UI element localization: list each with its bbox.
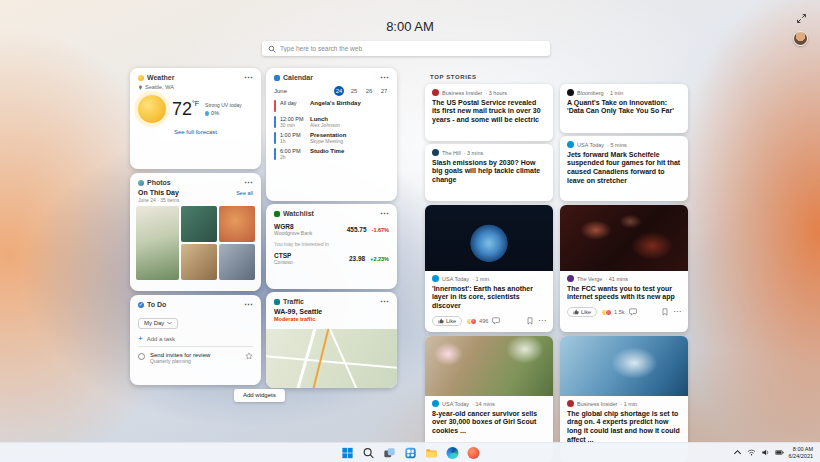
- weather-condition: Strong UV today: [205, 102, 242, 108]
- todo-list-name: My Day: [144, 320, 164, 326]
- calendar-day[interactable]: 27: [379, 86, 389, 96]
- photo-thumbnail[interactable]: [136, 206, 179, 280]
- widgets-button[interactable]: [404, 446, 417, 459]
- bookmark-icon[interactable]: [661, 308, 669, 316]
- watchlist-widget[interactable]: Watchlist ⋯ WGR8 Woodgrove Bank 455.75 -…: [266, 204, 397, 289]
- pinned-app-icon: [467, 447, 479, 459]
- source-favicon: [432, 149, 439, 156]
- watchlist-stock[interactable]: WGR8 Woodgrove Bank 455.75 -1.67%: [266, 220, 397, 239]
- task-view-button[interactable]: [383, 446, 396, 459]
- article-body: The Verge 41 mins The FCC wants you to t…: [560, 271, 688, 304]
- event-body: Studio Time: [310, 148, 344, 154]
- todo-widget[interactable]: ✓ To Do ⋯ My Day + Add a task Send invit…: [130, 295, 261, 385]
- weather-more-icon[interactable]: ⋯: [244, 75, 253, 80]
- widgets-screen: 8:00 AM Weather ⋯ Seattle, WA 72°F Stron…: [0, 0, 820, 462]
- stock-change: -1.67%: [372, 227, 389, 233]
- calendar-event[interactable]: 1:00 PM1h PresentationSkype Meeting: [274, 132, 389, 144]
- photos-see-all-link[interactable]: See all: [236, 190, 253, 196]
- weather-widget[interactable]: Weather ⋯ Seattle, WA 72°F Strong UV tod…: [130, 68, 261, 169]
- calendar-more-icon[interactable]: ⋯: [380, 75, 389, 80]
- news-story-card[interactable]: Business Insider 3 hours The US Postal S…: [425, 84, 553, 141]
- wifi-icon[interactable]: [747, 448, 756, 457]
- more-icon[interactable]: ⋯: [673, 310, 681, 314]
- star-icon[interactable]: [245, 352, 253, 360]
- taskbar-search-button[interactable]: [362, 446, 375, 459]
- watchlist-more-icon[interactable]: ⋯: [380, 211, 389, 216]
- source-name: The Hill: [442, 150, 461, 156]
- tray-clock[interactable]: 8:00 AM 6/24/2021: [789, 446, 813, 460]
- article-image-network-map: [560, 205, 688, 271]
- traffic-more-icon[interactable]: ⋯: [380, 299, 389, 304]
- reaction-emojis[interactable]: 496: [466, 318, 488, 325]
- calendar-day[interactable]: 25: [349, 86, 359, 96]
- start-button[interactable]: [341, 446, 354, 459]
- photo-thumbnail[interactable]: [219, 244, 255, 280]
- task-checkbox[interactable]: [138, 353, 145, 360]
- calendar-day[interactable]: 26: [364, 86, 374, 96]
- traffic-map[interactable]: [266, 329, 397, 388]
- calendar-widget[interactable]: Calendar ⋯ June 24 25 26 27 All day Ange…: [266, 68, 397, 201]
- news-story-card[interactable]: The Hill 3 mins Slash emissions by 2030?…: [425, 144, 553, 201]
- todo-more-icon[interactable]: ⋯: [244, 302, 253, 307]
- tray-chevron-up-icon[interactable]: [733, 448, 742, 457]
- like-button[interactable]: Like: [432, 316, 462, 326]
- weather-title: Weather: [147, 74, 175, 81]
- source-favicon: [567, 275, 574, 282]
- expand-icon[interactable]: [796, 13, 807, 24]
- pinned-app-button[interactable]: [467, 446, 480, 459]
- article-image-girl-scout: [425, 336, 553, 396]
- file-explorer-button[interactable]: [425, 446, 438, 459]
- weather-forecast-link[interactable]: See full forecast: [130, 125, 261, 135]
- news-image-card[interactable]: USA Today 1 min 'Innermost': Earth has a…: [425, 205, 553, 332]
- comment-icon[interactable]: [629, 308, 637, 316]
- story-headline: The FCC wants you to test your internet …: [567, 285, 681, 303]
- story-timestamp: 1 min: [607, 90, 624, 96]
- event-body: Angela's Birthday: [310, 100, 361, 106]
- calendar-event[interactable]: All day Angela's Birthday: [274, 100, 389, 112]
- photo-thumbnail[interactable]: [181, 244, 217, 280]
- watchlist-stock[interactable]: CTSP Contoso 23.98 +2.23%: [266, 249, 397, 268]
- todo-list-selector[interactable]: My Day: [138, 318, 178, 329]
- story-headline: The global chip shortage is set to drag …: [567, 410, 681, 446]
- todo-task-item[interactable]: Send invites for review Quarterly planni…: [138, 352, 253, 364]
- photos-widget[interactable]: Photos ⋯ On This Day See all June 24 · 3…: [130, 173, 261, 291]
- search-input[interactable]: [280, 45, 544, 52]
- photo-thumbnail[interactable]: [219, 206, 255, 242]
- like-button[interactable]: Like: [567, 307, 597, 317]
- edge-button[interactable]: [446, 446, 459, 459]
- add-widgets-button[interactable]: Add widgets: [234, 389, 285, 402]
- calendar-event[interactable]: 12:00 PM30 min LunchAlex Johnson: [274, 116, 389, 128]
- story-timestamp: 14 mins: [472, 401, 495, 407]
- add-task-label: Add a task: [147, 336, 175, 342]
- story-timestamp: 1 min: [472, 276, 489, 282]
- volume-icon[interactable]: [761, 448, 770, 457]
- weather-current: 72°F Strong UV today 0%: [130, 90, 261, 125]
- stock-identity: WGR8 Woodgrove Bank: [274, 223, 312, 236]
- user-avatar[interactable]: [793, 31, 808, 46]
- calendar-event[interactable]: 6:00 PM2h Studio Time: [274, 148, 389, 160]
- photos-more-icon[interactable]: ⋯: [244, 180, 253, 185]
- event-time: 12:00 PM30 min: [280, 116, 306, 128]
- news-story-card[interactable]: Bloomberg 1 min A Quant's Take on Innova…: [560, 84, 688, 133]
- calendar-day-selected[interactable]: 24: [334, 86, 344, 96]
- search-bar[interactable]: [262, 41, 550, 56]
- comment-icon[interactable]: [492, 317, 500, 325]
- battery-icon[interactable]: [775, 448, 784, 457]
- story-timestamp: 3 hours: [485, 90, 507, 96]
- sunny-icon: [138, 95, 166, 123]
- news-image-card[interactable]: The Verge 41 mins The FCC wants you to t…: [560, 205, 688, 332]
- traffic-widget[interactable]: Traffic ⋯ WA-99, Seattle Moderate traffi…: [266, 292, 397, 388]
- reaction-emojis[interactable]: 1.5k: [601, 309, 624, 316]
- like-label: Like: [446, 318, 456, 324]
- rain-drop-icon: [205, 111, 209, 116]
- bookmark-icon[interactable]: [526, 317, 534, 325]
- heart-emoji-icon: [605, 309, 612, 316]
- event-time: All day: [280, 100, 306, 106]
- source-name: Bloomberg: [577, 90, 604, 96]
- news-story-card[interactable]: USA Today 5 mins Jets forward Mark Schei…: [560, 136, 688, 201]
- thumbs-up-icon: [438, 318, 444, 324]
- todo-add-task[interactable]: + Add a task: [138, 333, 253, 347]
- photo-thumbnail[interactable]: [181, 206, 217, 242]
- more-icon[interactable]: ⋯: [538, 319, 546, 323]
- precipitation-value: 0%: [211, 110, 219, 116]
